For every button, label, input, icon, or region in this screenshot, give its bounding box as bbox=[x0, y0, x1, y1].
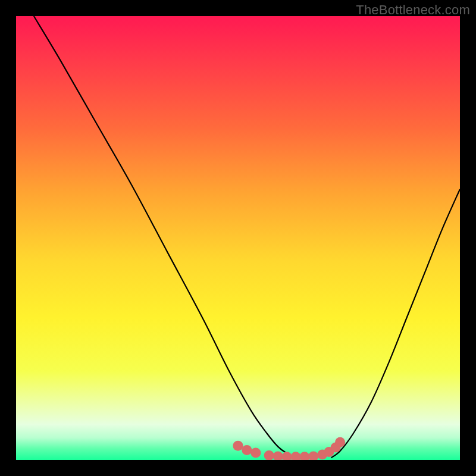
plot-area bbox=[16, 16, 460, 460]
optimal-dot bbox=[299, 452, 309, 460]
optimal-dot bbox=[250, 448, 261, 458]
bottleneck-curve-right bbox=[331, 189, 460, 458]
chart-frame: TheBottleneck.com bbox=[0, 0, 476, 476]
curves-layer bbox=[16, 16, 460, 460]
optimal-dot bbox=[335, 437, 345, 447]
watermark: TheBottleneck.com bbox=[356, 2, 470, 18]
optimal-dot bbox=[282, 452, 292, 460]
optimal-dot bbox=[264, 450, 274, 460]
optimal-range-dots bbox=[233, 437, 346, 460]
optimal-dot bbox=[273, 452, 283, 460]
optimal-dot bbox=[233, 441, 243, 451]
optimal-dot bbox=[308, 452, 318, 460]
optimal-dot bbox=[290, 452, 300, 460]
bottleneck-curve-left bbox=[34, 16, 296, 458]
optimal-dot bbox=[242, 445, 252, 455]
